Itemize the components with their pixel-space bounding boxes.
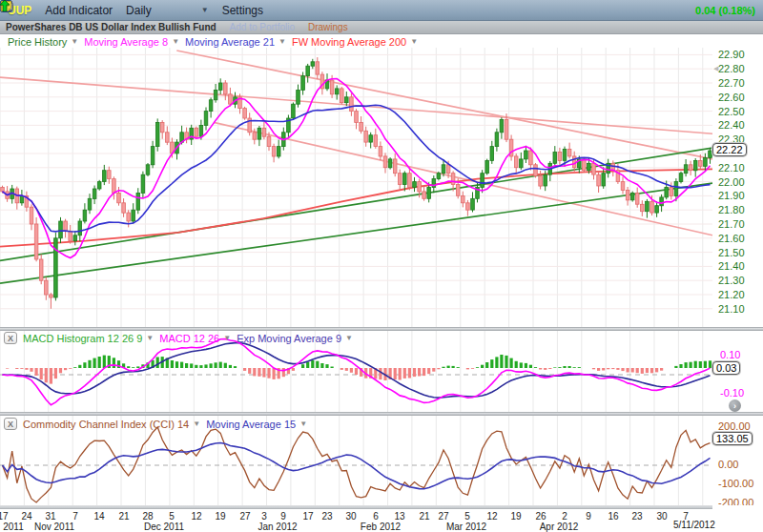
price-axis-label: 22.90	[718, 49, 745, 60]
chevron-down-icon: ▼	[71, 38, 78, 46]
scrollbar[interactable]	[0, 505, 712, 509]
cci-pane[interactable]: 200.000.00-100.00-200.00 X Commodity Cha…	[0, 416, 763, 505]
change-value: 0.04 (0.18%)	[695, 5, 755, 16]
date-tick: 19	[215, 511, 225, 522]
price-axis-label: 22.70	[718, 77, 745, 89]
cci-dropdown[interactable]: Commodity Channel Index (CCI) 14▼	[23, 419, 200, 430]
cci-axis-label: 200.00	[718, 420, 751, 432]
price-axis-label: 22.00	[718, 176, 745, 188]
fund-name: PowerShares DB US Dollar Index Bullish F…	[6, 22, 217, 32]
price-axis-label: 22.60	[718, 92, 745, 103]
price-history-dropdown[interactable]: Price History▼	[8, 36, 78, 48]
date-tick: 16	[608, 511, 618, 522]
cci-close-button[interactable]: X	[4, 418, 17, 430]
price-axis-label: 22.10	[718, 162, 745, 174]
date-tick: 9	[280, 511, 286, 522]
date-tick: 26	[535, 511, 546, 522]
month-label: Feb 2012	[361, 522, 401, 532]
up-arrow-icon	[0, 0, 10, 11]
price-axis-label: 21.90	[718, 190, 745, 201]
macd-value-box: 0.03	[712, 361, 740, 375]
date-tick: 3	[261, 511, 267, 522]
price-axis-label: 21.30	[718, 275, 745, 286]
month-label: Apr 2012	[540, 522, 579, 532]
date-tick: 17	[302, 511, 313, 522]
price-axis-label: 21.50	[718, 247, 745, 258]
date-tick: 23	[321, 511, 332, 522]
price-axis-label: 22.40	[718, 119, 745, 131]
scroll-right-button[interactable]: ›	[729, 399, 741, 412]
date-tick: 21	[118, 511, 129, 522]
date-tick: 2	[562, 511, 567, 522]
macd-dropdown[interactable]: MACD 12 26▼	[159, 333, 231, 344]
macd-axis-label: 0.10	[720, 349, 740, 360]
chevron-down-icon: ▼	[223, 335, 231, 342]
cci-axis-label: 0.00	[718, 459, 738, 470]
macd-axis-label: -0.10	[720, 387, 744, 399]
price-axis-label: 22.80	[718, 63, 745, 74]
chart-application: UUP Add Indicator Daily ▼ Settings 0.04 …	[0, 0, 763, 532]
date-tick: 17	[0, 511, 9, 522]
subbar: PowerShares DB US Dollar Index Bullish F…	[0, 21, 763, 34]
date-tick: 31	[45, 511, 55, 522]
period-dropdown[interactable]: Daily ▼	[126, 4, 209, 17]
date-tick: 14	[93, 511, 104, 522]
date-tick: 6	[373, 511, 379, 522]
date-tick: 12	[486, 511, 497, 522]
month-label: Nov 2011	[34, 522, 74, 532]
month-label: Dec 2011	[144, 522, 184, 532]
chevron-down-icon: ▼	[193, 420, 200, 428]
date-axis: 1724317142128512192739172330613212751219…	[0, 505, 763, 532]
date-tick: 23	[631, 511, 642, 522]
date-tick: 30	[656, 511, 667, 522]
period-value: Daily	[126, 4, 152, 17]
ma8-dropdown[interactable]: Moving Average 8▼	[84, 36, 179, 48]
ma21-dropdown[interactable]: Moving Average 21▼	[185, 36, 286, 48]
cci-axis-label: -100.00	[718, 478, 753, 489]
cci-axis: 200.000.00-100.00-200.00	[712, 416, 763, 505]
cci-value-box: 133.05	[712, 432, 753, 445]
date-tick: 5	[464, 511, 470, 522]
date-tick: 12	[191, 511, 201, 522]
chevron-down-icon: ▼	[345, 335, 353, 342]
chevron-down-icon: ▼	[201, 7, 209, 14]
chevron-down-icon: ▼	[146, 335, 154, 342]
add-indicator-button[interactable]: Add Indicator	[45, 4, 113, 17]
price-axis: 22.9022.8022.7022.6022.5022.4022.3022.10…	[712, 48, 763, 327]
macd-ema9-dropdown[interactable]: Exp Moving Average 9▼	[237, 333, 353, 344]
date-tick: 24	[21, 511, 31, 522]
date-tick: 9	[586, 511, 591, 522]
last-date-label: 5/11/2012	[673, 520, 715, 530]
toolbar: UUP Add Indicator Daily ▼ Settings 0.04 …	[0, 0, 763, 21]
price-pane[interactable]: 22.9022.8022.7022.6022.5022.4022.3022.10…	[0, 48, 763, 327]
macd-histogram-dropdown[interactable]: MACD Histogram 12 26 9▼	[23, 333, 154, 344]
price-chart[interactable]	[0, 48, 712, 327]
date-tick: 28	[142, 511, 153, 522]
settings-button[interactable]: Settings	[222, 4, 263, 17]
date-tick: 19	[510, 511, 521, 522]
month-label: Mar 2012	[446, 522, 486, 532]
date-tick: 30	[345, 511, 356, 522]
price-axis-label: 21.70	[718, 218, 745, 230]
price-axis-label: 21.40	[718, 260, 745, 272]
date-tick: 5	[169, 511, 175, 522]
drawings-button[interactable]: Drawings	[308, 22, 348, 32]
date-tick: 27	[239, 511, 250, 522]
date-tick: 13	[394, 511, 404, 522]
cci-ma-dropdown[interactable]: Moving Average 15▼	[206, 419, 307, 430]
month-label: 2011	[3, 522, 24, 532]
add-to-portfolio-button[interactable]: Add to Portfolio	[230, 22, 295, 32]
macd-close-button[interactable]: X	[4, 332, 17, 344]
chevron-down-icon: ▼	[299, 420, 307, 428]
high-marker-icon: ◀	[713, 65, 718, 72]
price-axis-label: 22.50	[718, 106, 745, 117]
price-axis-label: 21.80	[718, 204, 745, 215]
ma200-dropdown[interactable]: FW Moving Average 200▼	[292, 36, 418, 48]
chevron-down-icon: ▼	[410, 38, 418, 46]
chevron-down-icon: ▼	[278, 38, 286, 46]
macd-pane[interactable]: 0.10-0.10 X MACD Histogram 12 26 9▼ MACD…	[0, 331, 763, 412]
date-tick: 27	[438, 511, 448, 522]
price-axis-label: 21.60	[718, 233, 745, 244]
price-axis-label: 21.10	[718, 303, 745, 315]
chevron-down-icon: ▼	[172, 38, 179, 46]
